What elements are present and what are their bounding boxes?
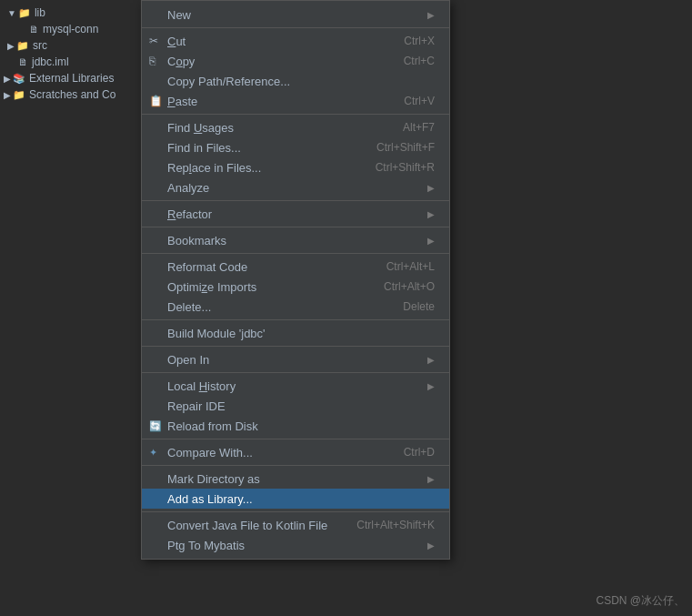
separator bbox=[142, 319, 449, 320]
menu-label-paste: Paste bbox=[167, 95, 376, 108]
menu-label-delete: Delete... bbox=[167, 300, 376, 314]
sidebar-label-mysql: mysql-conn bbox=[43, 23, 98, 35]
folder-icon: 📁 bbox=[18, 7, 31, 19]
sidebar-item-jdbc-iml[interactable]: 🗎 jdbc.iml bbox=[0, 54, 141, 70]
sidebar-item-external-libs[interactable]: ▶ 📚 External Libraries bbox=[0, 70, 141, 86]
menu-item-find-usages[interactable]: Find Usages Alt+F7 bbox=[142, 117, 449, 137]
menu-item-analyze[interactable]: Analyze ▶ bbox=[142, 177, 449, 197]
menu-item-optimize-imports[interactable]: Optimize Imports Ctrl+Alt+O bbox=[142, 277, 449, 297]
menu-label-build-module: Build Module 'jdbc' bbox=[167, 327, 435, 340]
sidebar-item-scratches[interactable]: ▶ 📁 Scratches and Co bbox=[0, 86, 141, 103]
paste-icon: 📋 bbox=[149, 95, 163, 107]
file-icon: 🗎 bbox=[18, 56, 28, 67]
separator bbox=[142, 439, 449, 439]
menu-item-add-as-library[interactable]: Add as Library... bbox=[142, 489, 449, 509]
menu-label-copy-path: Copy Path/Reference... bbox=[167, 75, 435, 88]
arrow-icon: ▼ bbox=[7, 8, 16, 18]
menu-label-optimize-imports: Optimize Imports bbox=[167, 280, 356, 294]
file-icon: 🗎 bbox=[29, 24, 39, 35]
submenu-arrow-icon: ▶ bbox=[427, 381, 435, 391]
cut-icon: ✂ bbox=[149, 35, 158, 47]
menu-label-replace-in-files: Replace in Files... bbox=[167, 161, 348, 175]
arrow-icon: ▶ bbox=[7, 41, 15, 51]
separator bbox=[142, 114, 449, 115]
menu-item-reload[interactable]: 🔄 Reload from Disk bbox=[142, 416, 449, 436]
folder-icon: 📁 bbox=[13, 89, 25, 101]
cut-shortcut: Ctrl+X bbox=[404, 35, 435, 47]
menu-label-reload: Reload from Disk bbox=[167, 419, 435, 433]
menu-item-repair-ide[interactable]: Repair IDE bbox=[142, 396, 449, 416]
separator bbox=[142, 372, 449, 373]
menu-label-reformat: Reformat Code bbox=[167, 260, 359, 274]
menu-label-cut: Cut bbox=[167, 35, 376, 48]
submenu-arrow-icon: ▶ bbox=[427, 540, 435, 550]
menu-item-compare-with[interactable]: ✦ Compare With... Ctrl+D bbox=[142, 442, 449, 462]
menu-item-build-module[interactable]: Build Module 'jdbc' bbox=[142, 323, 449, 343]
menu-item-find-in-files[interactable]: Find in Files... Ctrl+Shift+F bbox=[142, 137, 449, 157]
sidebar-label-lib: lib bbox=[35, 6, 45, 19]
menu-label-find-in-files: Find in Files... bbox=[167, 141, 349, 155]
menu-item-ptg-mybatis[interactable]: Ptg To Mybatis ▶ bbox=[142, 535, 449, 555]
menu-item-open-in[interactable]: Open In ▶ bbox=[142, 349, 449, 369]
submenu-arrow-icon: ▶ bbox=[427, 10, 435, 20]
find-usages-shortcut: Alt+F7 bbox=[403, 121, 435, 134]
submenu-arrow-icon: ▶ bbox=[427, 209, 435, 219]
menu-label-repair-ide: Repair IDE bbox=[167, 399, 435, 413]
replace-shortcut: Ctrl+Shift+R bbox=[376, 161, 435, 174]
delete-shortcut: Delete bbox=[403, 300, 435, 313]
convert-shortcut: Ctrl+Alt+Shift+K bbox=[356, 519, 435, 531]
menu-label-local-history: Local History bbox=[167, 379, 422, 393]
submenu-arrow-icon: ▶ bbox=[427, 236, 435, 246]
context-menu: New ▶ ✂ Cut Ctrl+X ⎘ Copy Ctrl+C Copy Pa… bbox=[141, 0, 450, 560]
menu-item-reformat[interactable]: Reformat Code Ctrl+Alt+L bbox=[142, 257, 449, 277]
menu-item-mark-directory[interactable]: Mark Directory as ▶ bbox=[142, 469, 449, 489]
sidebar-item-mysql[interactable]: 🗎 mysql-conn bbox=[0, 21, 141, 37]
menu-item-paste[interactable]: 📋 Paste Ctrl+V bbox=[142, 91, 449, 111]
separator bbox=[142, 227, 449, 227]
optimize-shortcut: Ctrl+Alt+O bbox=[384, 280, 435, 293]
menu-item-copy-path[interactable]: Copy Path/Reference... bbox=[142, 71, 449, 91]
separator bbox=[142, 465, 449, 466]
menu-label-mark-directory: Mark Directory as bbox=[167, 472, 422, 486]
menu-item-local-history[interactable]: Local History ▶ bbox=[142, 376, 449, 396]
menu-item-refactor[interactable]: Refactor ▶ bbox=[142, 204, 449, 224]
reformat-shortcut: Ctrl+Alt+L bbox=[386, 260, 435, 273]
menu-label-convert-kotlin: Convert Java File to Kotlin File bbox=[167, 519, 329, 532]
separator bbox=[142, 346, 449, 347]
arrow-icon: ▶ bbox=[4, 90, 11, 100]
menu-label-add-as-library: Add as Library... bbox=[167, 492, 435, 506]
menu-item-delete[interactable]: Delete... Delete bbox=[142, 297, 449, 317]
sidebar-label-src: src bbox=[33, 39, 47, 52]
submenu-arrow-icon: ▶ bbox=[427, 474, 435, 484]
submenu-arrow-icon: ▶ bbox=[427, 183, 435, 193]
lib-icon: 📚 bbox=[13, 73, 25, 85]
submenu-arrow-icon: ▶ bbox=[427, 355, 435, 365]
menu-item-bookmarks[interactable]: Bookmarks ▶ bbox=[142, 230, 449, 250]
menu-item-replace-in-files[interactable]: Replace in Files... Ctrl+Shift+R bbox=[142, 157, 449, 177]
menu-label-find-usages: Find Usages bbox=[167, 121, 376, 135]
menu-item-cut[interactable]: ✂ Cut Ctrl+X bbox=[142, 31, 449, 51]
sidebar: ▼ 📁 lib 🗎 mysql-conn ▶ 📁 src 🗎 jdbc.iml … bbox=[0, 0, 141, 616]
menu-item-new[interactable]: New ▶ bbox=[142, 5, 449, 25]
menu-label-copy: Copy bbox=[167, 55, 376, 68]
sidebar-label-external-libs: External Libraries bbox=[29, 72, 114, 85]
menu-item-convert-kotlin[interactable]: Convert Java File to Kotlin File Ctrl+Al… bbox=[142, 515, 449, 535]
separator bbox=[142, 253, 449, 254]
separator bbox=[142, 200, 449, 201]
sidebar-item-src[interactable]: ▶ 📁 src bbox=[0, 37, 141, 54]
menu-label-refactor: Refactor bbox=[167, 207, 422, 221]
compare-icon: ✦ bbox=[149, 447, 157, 459]
compare-shortcut: Ctrl+D bbox=[404, 446, 435, 459]
reload-icon: 🔄 bbox=[149, 420, 162, 432]
menu-item-copy[interactable]: ⎘ Copy Ctrl+C bbox=[142, 51, 449, 71]
paste-shortcut: Ctrl+V bbox=[404, 95, 435, 107]
menu-label-open-in: Open In bbox=[167, 353, 422, 367]
find-in-files-shortcut: Ctrl+Shift+F bbox=[376, 141, 435, 154]
menu-label-ptg-mybatis: Ptg To Mybatis bbox=[167, 539, 422, 552]
sidebar-item-lib[interactable]: ▼ 📁 lib bbox=[0, 5, 141, 21]
separator bbox=[142, 511, 449, 512]
menu-label-bookmarks: Bookmarks bbox=[167, 234, 422, 247]
arrow-icon: ▶ bbox=[4, 74, 11, 84]
sidebar-label-scratches: Scratches and Co bbox=[29, 88, 115, 101]
sidebar-label-jdbc-iml: jdbc.iml bbox=[32, 56, 69, 68]
